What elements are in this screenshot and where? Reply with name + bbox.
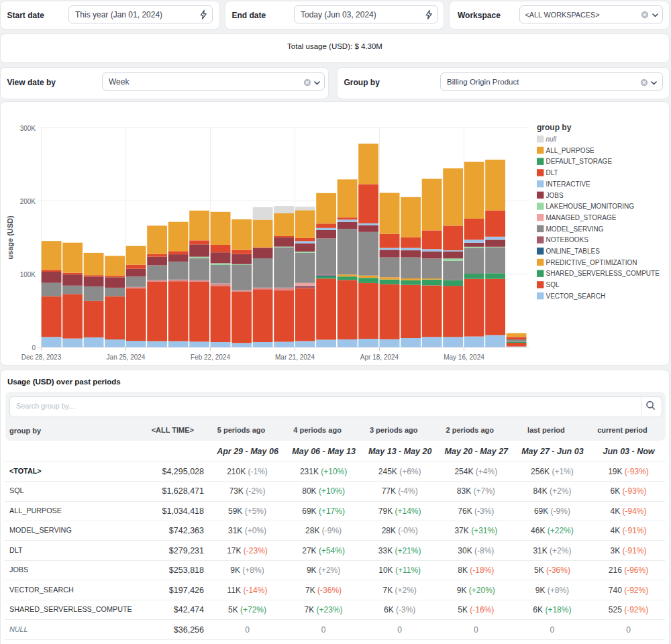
svg-text:SHARED_SERVERLESS_COMPUTE: SHARED_SERVERLESS_COMPUTE [546, 270, 660, 277]
svg-text:usage (USD): usage (USD) [6, 215, 14, 260]
svg-text:300K: 300K [20, 125, 36, 132]
svg-text:Jan 25, 2024: Jan 25, 2024 [107, 354, 146, 361]
svg-text:0: 0 [32, 344, 36, 352]
svg-text:INTERACTIVE: INTERACTIVE [546, 180, 590, 188]
svg-text:Mar 21, 2024: Mar 21, 2024 [275, 354, 315, 361]
svg-text:PREDICTIVE_OPTIMIZATION: PREDICTIVE_OPTIMIZATION [546, 259, 637, 266]
svg-text:100K: 100K [20, 271, 36, 278]
svg-text:Feb 22, 2024: Feb 22, 2024 [191, 354, 230, 361]
svg-text:DLT: DLT [546, 169, 558, 176]
svg-text:DEFAULT_STORAGE: DEFAULT_STORAGE [546, 158, 613, 165]
svg-text:Dec 28, 2023: Dec 28, 2023 [21, 354, 62, 361]
svg-text:Apr 18, 2024: Apr 18, 2024 [360, 354, 399, 361]
svg-text:ONLINE_TABLES: ONLINE_TABLES [546, 248, 601, 255]
svg-text:MANAGED_STORAGE: MANAGED_STORAGE [546, 214, 617, 221]
svg-text:200K: 200K [20, 198, 36, 205]
svg-text:ALL_PURPOSE: ALL_PURPOSE [546, 147, 595, 154]
svg-text:group by: group by [537, 123, 572, 132]
svg-text:May 16, 2024: May 16, 2024 [444, 354, 484, 361]
svg-text:NOTEBOOKS: NOTEBOOKS [546, 236, 589, 244]
svg-text:SQL: SQL [546, 281, 560, 288]
svg-text:VECTOR_SEARCH: VECTOR_SEARCH [546, 292, 606, 300]
svg-text:JOBS: JOBS [546, 192, 564, 199]
svg-text:null: null [546, 136, 557, 143]
svg-text:MODEL_SERVING: MODEL_SERVING [546, 225, 604, 233]
svg-text:LAKEHOUSE_MONITORING: LAKEHOUSE_MONITORING [546, 203, 635, 210]
